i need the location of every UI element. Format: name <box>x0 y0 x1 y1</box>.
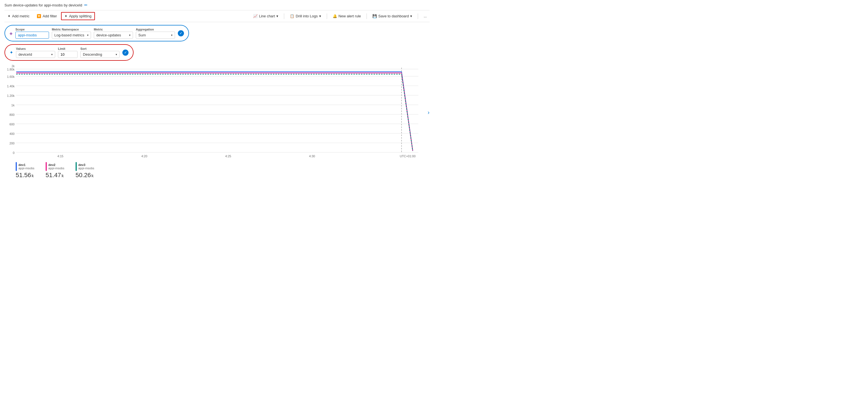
chart-svg: 0 200 400 600 800 1k 1.20k <box>4 65 430 160</box>
svg-text:200: 200 <box>9 141 14 145</box>
svg-text:1.60k: 1.60k <box>7 75 14 78</box>
namespace-selector[interactable]: Log-based metrics ▾ <box>52 32 91 39</box>
page-title: Sum device-updates for appi-msobs by dev… <box>4 3 82 7</box>
apply-splitting-button[interactable]: ✦ Apply splitting <box>61 12 95 20</box>
chart-area: 0 200 400 600 800 1k 1.20k <box>4 65 430 160</box>
values-field: Values deviceId ▾ <box>16 47 55 58</box>
svg-text:4:25: 4:25 <box>225 155 231 158</box>
add-metric-icon: ✦ <box>7 14 11 18</box>
values-chevron-icon: ▾ <box>51 53 53 56</box>
sort-chevron-icon: ▾ <box>116 53 117 56</box>
svg-text:4:20: 4:20 <box>142 155 147 158</box>
scope-field: Scope appi-msobs <box>16 28 49 39</box>
drill-into-logs-button[interactable]: 📋 Drill into Logs ▾ <box>287 12 324 20</box>
legend-item-dev2: dev2 appi-msobs 51.47 k <box>45 162 64 179</box>
toolbar: ✦ Add metric 🔽 Add filter ✦ Apply splitt… <box>4 10 430 22</box>
legend-color-dev2 <box>45 162 47 171</box>
add-metric-button[interactable]: ✦ Add metric <box>4 12 32 20</box>
aggregation-field: Aggregation Sum ▾ <box>136 28 175 39</box>
legend-row: dev1 appi-msobs 51.56 k dev2 appi-msobs … <box>4 162 430 179</box>
line-chart-chevron-icon: ▾ <box>276 14 278 18</box>
legend-color-dev3 <box>75 162 77 171</box>
toolbar-divider-2 <box>327 13 327 19</box>
metric-field: Metric device-updates ▾ <box>94 28 133 39</box>
legend-item-dev3: dev3 appi-msobs 50.26 k <box>75 162 94 179</box>
metric-chevron-icon: ▾ <box>129 34 130 37</box>
toolbar-divider-4 <box>418 13 418 19</box>
alert-icon: 🔔 <box>333 14 337 18</box>
toolbar-divider-3 <box>367 13 367 19</box>
splitting-confirm-button[interactable]: ✓ <box>122 50 128 56</box>
svg-text:0: 0 <box>13 151 14 154</box>
new-alert-rule-button[interactable]: 🔔 New alert rule <box>330 12 364 20</box>
toolbar-right: 📈 Line chart ▾ 📋 Drill into Logs ▾ 🔔 New… <box>250 12 430 20</box>
svg-text:1.20k: 1.20k <box>7 94 14 97</box>
limit-input[interactable] <box>58 51 78 58</box>
legend-item-dev1: dev1 appi-msobs 51.56 k <box>16 162 34 179</box>
svg-text:1.40k: 1.40k <box>7 84 14 88</box>
chart-line-dev2 <box>16 73 413 151</box>
scope-selector[interactable]: appi-msobs <box>16 32 49 39</box>
sort-field: Sort Descending ▾ <box>80 47 120 58</box>
svg-text:800: 800 <box>9 113 14 116</box>
sort-selector[interactable]: Descending ▾ <box>80 51 120 58</box>
svg-text:1k: 1k <box>11 103 14 107</box>
chart-expand-right-icon[interactable]: › <box>428 109 430 116</box>
add-filter-button[interactable]: 🔽 Add filter <box>34 12 60 20</box>
svg-text:400: 400 <box>9 132 14 135</box>
toolbar-left: ✦ Add metric 🔽 Add filter ✦ Apply splitt… <box>4 12 95 20</box>
svg-text:4:15: 4:15 <box>57 155 63 158</box>
namespace-chevron-icon: ▾ <box>87 34 89 37</box>
split-icon: ✦ <box>9 50 13 55</box>
aggregation-selector[interactable]: Sum ▾ <box>136 32 175 39</box>
metric-pill: ◈ Scope appi-msobs Metric Namespace Log-… <box>4 25 189 41</box>
drill-logs-chevron-icon: ▾ <box>319 14 321 18</box>
edit-title-icon[interactable]: ✏ <box>84 3 88 7</box>
values-selector[interactable]: deviceId ▾ <box>16 51 55 58</box>
title-row: Sum device-updates for appi-msobs by dev… <box>4 3 430 7</box>
line-chart-button[interactable]: 📈 Line chart ▾ <box>250 12 281 20</box>
line-chart-icon: 📈 <box>253 14 257 18</box>
splitting-icon: ✦ <box>64 14 67 18</box>
svg-text:1.80k: 1.80k <box>7 68 14 71</box>
drill-logs-icon: 📋 <box>290 14 294 18</box>
filter-icon: 🔽 <box>37 14 41 18</box>
aggregation-chevron-icon: ▾ <box>171 34 173 37</box>
x-axis: 4:15 4:20 4:25 4:30 UTC+01:00 <box>57 155 415 158</box>
svg-text:2k: 2k <box>11 65 14 68</box>
scope-icon: ◈ <box>9 31 12 36</box>
svg-text:UTC+01:00: UTC+01:00 <box>400 155 415 158</box>
save-to-dashboard-button[interactable]: 💾 Save to dashboard ▾ <box>370 12 415 20</box>
limit-field: Limit <box>58 47 78 58</box>
y-axis: 0 200 400 600 800 1k 1.20k <box>7 65 418 155</box>
svg-text:600: 600 <box>9 122 14 126</box>
save-chevron-icon: ▾ <box>410 14 412 18</box>
more-options-button[interactable]: ... <box>421 12 430 20</box>
svg-text:4:30: 4:30 <box>309 155 315 158</box>
chart-line-dev1 <box>16 72 413 151</box>
save-icon: 💾 <box>372 14 377 18</box>
namespace-field: Metric Namespace Log-based metrics ▾ <box>52 28 91 39</box>
metric-confirm-button[interactable]: ✓ <box>178 30 184 36</box>
legend-color-dev1 <box>16 162 17 171</box>
splitting-pill: ✦ Values deviceId ▾ Limit Sort Descendin… <box>4 44 133 61</box>
metric-selector[interactable]: device-updates ▾ <box>94 32 133 39</box>
